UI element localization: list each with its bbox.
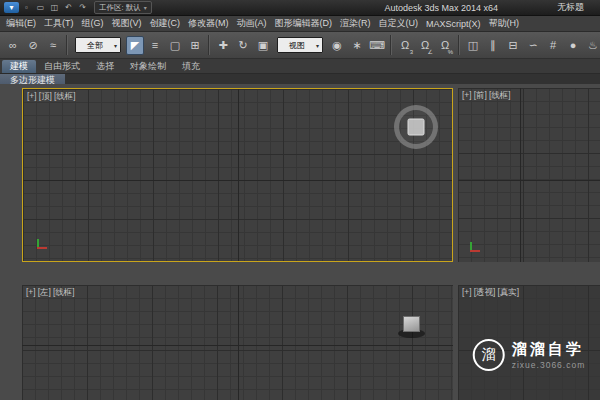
keyboard-shortcut-override-icon[interactable]: ⌨ bbox=[368, 36, 386, 55]
menu-item[interactable]: 渲染(R) bbox=[336, 16, 375, 31]
document-title: 无标题 bbox=[557, 1, 584, 14]
undo-icon[interactable]: ↶ bbox=[62, 2, 75, 13]
menu-item[interactable]: 动画(A) bbox=[233, 16, 271, 31]
percent-snap-icon[interactable]: Ω % bbox=[436, 36, 454, 55]
snap-toggle-icon[interactable]: Ω 3 bbox=[396, 36, 414, 55]
mirror-icon[interactable]: ◫ bbox=[464, 36, 482, 55]
menu-item[interactable]: 视图(V) bbox=[108, 16, 146, 31]
scene-object-box[interactable] bbox=[403, 316, 420, 332]
select-by-name-icon[interactable]: ≡ bbox=[146, 36, 164, 55]
viewport-pov-menu[interactable]: [透视] bbox=[474, 287, 496, 299]
icon-glyph: ● bbox=[570, 39, 577, 51]
chevron-down-icon: ▾ bbox=[144, 4, 147, 11]
select-and-rotate-icon[interactable]: ↻ bbox=[234, 36, 252, 55]
window-crossing-icon[interactable]: ⊞ bbox=[186, 36, 204, 55]
viewport-pov-menu[interactable]: [顶] bbox=[39, 91, 52, 103]
menu-item[interactable]: MAXScript(X) bbox=[422, 16, 485, 31]
use-pivot-point-icon[interactable]: ◉ bbox=[328, 36, 346, 55]
selection-region-icon[interactable]: ▢ bbox=[166, 36, 184, 55]
viewport-general-menu[interactable]: [+] bbox=[26, 287, 36, 299]
origin-axis-line bbox=[22, 345, 453, 346]
selection-filter-dropdown[interactable]: 全部 ▾ bbox=[75, 37, 121, 53]
menu-item[interactable]: 创建(C) bbox=[146, 16, 185, 31]
tab-freeform[interactable]: 自由形式 bbox=[36, 60, 88, 73]
navigation-gizmo[interactable] bbox=[394, 105, 438, 149]
viewport-perspective[interactable]: [+] [透视] [真实] 溜 溜溜自学 zixue.3066.com bbox=[458, 285, 600, 400]
icon-glyph: ▣ bbox=[258, 39, 268, 52]
icon-glyph: ≈ bbox=[50, 39, 56, 51]
angle-snap-icon[interactable]: Ω ∠ bbox=[416, 36, 434, 55]
viewport-label: [+] [前] [线框] bbox=[462, 90, 511, 102]
render-setup-icon[interactable]: ♨ bbox=[584, 36, 600, 55]
icon-glyph: ⊘ bbox=[28, 39, 37, 52]
icon-glyph: ↻ bbox=[238, 39, 247, 52]
layer-manager-icon[interactable]: ⊟ bbox=[504, 36, 522, 55]
menu-item[interactable]: 修改器(M) bbox=[184, 16, 233, 31]
icon-glyph: ∽ bbox=[528, 39, 537, 52]
workspace-dropdown[interactable]: 工作区: 默认 ▾ bbox=[94, 1, 152, 14]
select-and-scale-icon[interactable]: ▣ bbox=[254, 36, 272, 55]
tab-populate[interactable]: 填充 bbox=[174, 60, 208, 73]
reference-coordinate-dropdown[interactable]: 视图 ▾ bbox=[277, 37, 323, 53]
menu-item[interactable]: 帮助(H) bbox=[485, 16, 524, 31]
menu-item[interactable]: 组(G) bbox=[78, 16, 108, 31]
open-file-icon[interactable]: ▭ bbox=[34, 2, 47, 13]
icon-sub-glyph: 3 bbox=[410, 49, 413, 55]
tab-modeling[interactable]: 建模 bbox=[2, 60, 36, 73]
icon-glyph: ∞ bbox=[9, 39, 17, 51]
save-file-icon[interactable]: ◫ bbox=[48, 2, 61, 13]
curve-editor-icon[interactable]: ∽ bbox=[524, 36, 542, 55]
tab-selection[interactable]: 选择 bbox=[88, 60, 122, 73]
material-editor-icon[interactable]: ● bbox=[564, 36, 582, 55]
menu-item[interactable]: 工具(T) bbox=[40, 16, 78, 31]
watermark-title: 溜溜自学 bbox=[512, 340, 586, 359]
icon-glyph: ⊟ bbox=[508, 39, 517, 52]
viewport-left[interactable]: [+] [左] [线框] bbox=[22, 285, 453, 400]
new-scene-icon[interactable]: ▫ bbox=[20, 2, 33, 13]
watermark-url: zixue.3066.com bbox=[512, 360, 586, 370]
world-axis-icon bbox=[470, 240, 482, 252]
viewport-front[interactable]: [+] [前] [线框] bbox=[458, 88, 600, 262]
viewport-pov-menu[interactable]: [左] bbox=[38, 287, 51, 299]
app-menu-icon[interactable]: ▾ bbox=[4, 2, 19, 13]
select-and-move-icon[interactable]: ✚ bbox=[214, 36, 232, 55]
gizmo-face[interactable] bbox=[408, 119, 425, 136]
toolbar-separator bbox=[66, 35, 68, 55]
redo-icon[interactable]: ↷ bbox=[76, 2, 89, 13]
viewport-shading-menu[interactable]: [线框] bbox=[53, 287, 75, 299]
viewport-area: [+] [顶] [线框] [+] [前] [线框] bbox=[0, 84, 600, 400]
icon-glyph: # bbox=[550, 39, 556, 51]
menu-item[interactable]: 图形编辑器(D) bbox=[271, 16, 337, 31]
origin-axis-line bbox=[238, 89, 239, 261]
unlink-selection-icon[interactable]: ⊘ bbox=[24, 36, 42, 55]
viewport-shading-menu[interactable]: [真实] bbox=[497, 287, 519, 299]
toolbar-separator bbox=[390, 35, 392, 55]
toolbar-separator bbox=[458, 35, 460, 55]
icon-glyph: ♨ bbox=[588, 39, 598, 52]
viewport-pov-menu[interactable]: [前] bbox=[474, 90, 487, 102]
bind-to-space-warp-icon[interactable]: ≈ bbox=[44, 36, 62, 55]
menu-item[interactable]: 编辑(E) bbox=[2, 16, 40, 31]
ribbon-tab-bar: 建模 自由形式 选择 对象绘制 填充 bbox=[0, 59, 600, 74]
quick-access-toolbar: ▾ ▫ ▭ ◫ ↶ ↷ bbox=[4, 2, 89, 13]
viewport-general-menu[interactable]: [+] bbox=[462, 287, 472, 299]
menu-item[interactable]: 自定义(U) bbox=[375, 16, 423, 31]
origin-axis-line bbox=[458, 180, 600, 181]
viewport-shading-menu[interactable]: [线框] bbox=[489, 90, 511, 102]
schematic-view-icon[interactable]: # bbox=[544, 36, 562, 55]
viewport-general-menu[interactable]: [+] bbox=[462, 90, 472, 102]
watermark: 溜 溜溜自学 zixue.3066.com bbox=[473, 339, 586, 371]
x-axis-icon bbox=[470, 250, 480, 252]
viewport-label: [+] [左] [线框] bbox=[26, 287, 75, 299]
tab-object-paint[interactable]: 对象绘制 bbox=[122, 60, 174, 73]
icon-glyph: ∥ bbox=[490, 39, 496, 52]
select-object-icon[interactable]: ◤ bbox=[126, 36, 144, 55]
select-and-link-icon[interactable]: ∞ bbox=[4, 36, 22, 55]
icon-glyph: Ω bbox=[401, 39, 409, 51]
viewport-general-menu[interactable]: [+] bbox=[27, 91, 37, 103]
select-and-manipulate-icon[interactable]: ∗ bbox=[348, 36, 366, 55]
world-axis-icon bbox=[37, 237, 49, 249]
viewport-top[interactable]: [+] [顶] [线框] bbox=[22, 88, 453, 262]
align-icon[interactable]: ∥ bbox=[484, 36, 502, 55]
viewport-shading-menu[interactable]: [线框] bbox=[54, 91, 76, 103]
